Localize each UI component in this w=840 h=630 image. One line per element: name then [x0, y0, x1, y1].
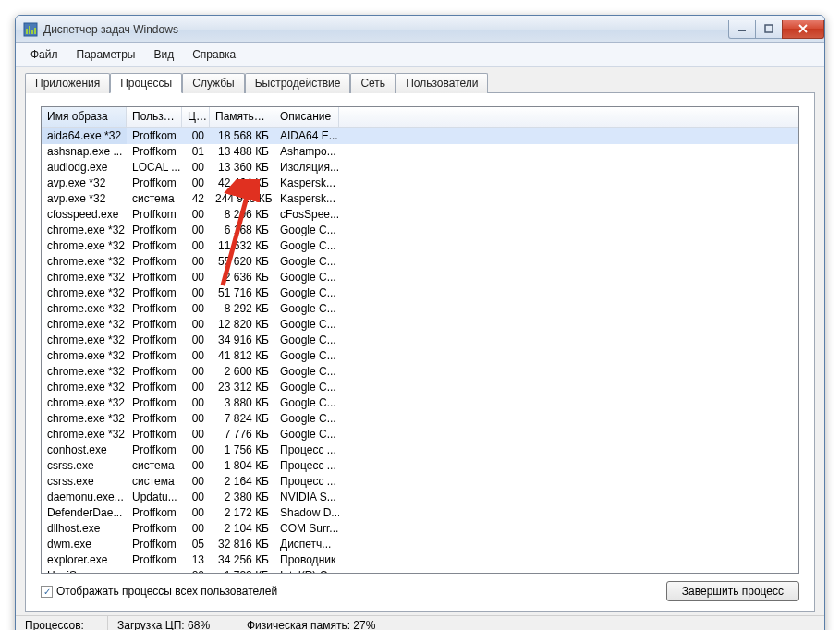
cell-cpu: 00: [182, 348, 210, 364]
svg-rect-2: [29, 26, 30, 34]
cell-mem: 42 464 КБ: [210, 176, 274, 191]
menu-file[interactable]: Файл: [23, 46, 66, 63]
cell-name: chrome.exe *32: [42, 333, 127, 348]
column-user[interactable]: Пользо...: [127, 107, 182, 127]
tab-0[interactable]: Приложения: [25, 73, 110, 93]
cell-user: Proffkom: [127, 333, 182, 348]
column-cpu[interactable]: ЦП: [182, 107, 210, 127]
minimize-button[interactable]: [728, 20, 756, 39]
cell-cpu: 05: [182, 537, 210, 552]
table-row[interactable]: chrome.exe *32Proffkom008 292 КБGoogle C…: [42, 301, 798, 317]
table-row[interactable]: chrome.exe *32Proffkom0011 632 КБGoogle …: [42, 238, 798, 254]
table-row[interactable]: avp.exe *32Proffkom0042 464 КБKaspersk..…: [42, 176, 798, 191]
cell-user: Proffkom: [127, 301, 182, 317]
table-row[interactable]: ashsnap.exe ...Proffkom0113 488 КБAshamp…: [42, 144, 798, 160]
cell-user: Proffkom: [127, 380, 182, 395]
cell-cpu: 00: [182, 474, 210, 490]
table-row[interactable]: chrome.exe *32Proffkom007 776 КБGoogle C…: [42, 427, 798, 442]
close-button[interactable]: [782, 20, 824, 39]
cell-cpu: 00: [182, 317, 210, 333]
table-row[interactable]: chrome.exe *32Proffkom0023 312 КБGoogle …: [42, 380, 798, 395]
cell-mem: 23 312 КБ: [210, 380, 274, 395]
menu-view[interactable]: Вид: [146, 46, 181, 63]
tab-1[interactable]: Процессы: [110, 73, 182, 93]
cell-name: DefenderDae...: [42, 505, 127, 521]
menu-help[interactable]: Справка: [185, 46, 243, 63]
table-row[interactable]: dllhost.exeProffkom002 104 КБCOM Surr...: [42, 521, 798, 537]
show-all-users-checkbox[interactable]: ✓ Отображать процессы всех пользователей: [41, 585, 277, 598]
cell-desc: Google C...: [274, 348, 339, 364]
cell-desc: Проводник: [274, 552, 339, 568]
cell-user: система: [127, 474, 182, 490]
cell-user: Proffkom: [127, 395, 182, 411]
cell-desc: Google C...: [274, 285, 339, 301]
table-row[interactable]: chrome.exe *32Proffkom003 880 КБGoogle C…: [42, 395, 798, 411]
cell-name: dwm.exe: [42, 537, 127, 552]
column-description[interactable]: Описание: [274, 107, 339, 127]
table-body[interactable]: aida64.exe *32Proffkom0018 568 КБAIDA64 …: [42, 128, 798, 574]
table-row[interactable]: chrome.exe *32Proffkom0051 716 КБGoogle …: [42, 285, 798, 301]
panel-footer: ✓ Отображать процессы всех пользователей…: [41, 581, 799, 601]
table-row[interactable]: DefenderDae...Proffkom002 172 КБShadow D…: [42, 505, 798, 521]
table-row[interactable]: avp.exe *32система42244 928 КБKaspersk..…: [42, 191, 798, 207]
cell-mem: 51 716 КБ: [210, 285, 274, 301]
table-row[interactable]: chrome.exe *32Proffkom002 600 КБGoogle C…: [42, 364, 798, 380]
maximize-button[interactable]: [755, 20, 783, 39]
cell-mem: 1 720 КБ: [210, 568, 274, 574]
cell-cpu: 00: [182, 176, 210, 191]
end-process-button[interactable]: Завершить процесс: [666, 581, 799, 601]
table-row[interactable]: audiodg.exeLOCAL ...0013 360 КБИзоляция.…: [42, 160, 798, 176]
status-memory: Физическая память: 27%: [237, 616, 824, 630]
table-row[interactable]: chrome.exe *32Proffkom007 824 КБGoogle C…: [42, 411, 798, 427]
cell-desc: Google C...: [274, 427, 339, 442]
cell-desc: Google C...: [274, 317, 339, 333]
cell-name: daemonu.exe...: [42, 490, 127, 505]
table-row[interactable]: conhost.exeProffkom001 756 КБПроцесс ...: [42, 442, 798, 458]
menu-options[interactable]: Параметры: [69, 46, 143, 63]
cell-cpu: 00: [182, 285, 210, 301]
tab-4[interactable]: Сеть: [350, 73, 396, 93]
status-cpu: Загрузка ЦП: 68%: [108, 616, 237, 630]
cell-name: chrome.exe *32: [42, 238, 127, 254]
table-row[interactable]: chrome.exe *32Proffkom0041 812 КБGoogle …: [42, 348, 798, 364]
cell-name: chrome.exe *32: [42, 223, 127, 238]
cell-desc: Shadow D...: [274, 505, 339, 521]
table-row[interactable]: chrome.exe *32Proffkom006 168 КБGoogle C…: [42, 223, 798, 238]
cell-user: Proffkom: [127, 521, 182, 537]
table-row[interactable]: HeciServer.exeсистема001 720 КБIntel(R) …: [42, 568, 798, 574]
table-row[interactable]: dwm.exeProffkom0532 816 КБДиспетч...: [42, 537, 798, 552]
cell-name: csrss.exe: [42, 458, 127, 474]
cell-mem: 2 104 КБ: [210, 521, 274, 537]
table-row[interactable]: explorer.exeProffkom1334 256 КБПроводник: [42, 552, 798, 568]
cell-name: chrome.exe *32: [42, 364, 127, 380]
cell-cpu: 42: [182, 191, 210, 207]
cell-desc: Google C...: [274, 364, 339, 380]
table-row[interactable]: chrome.exe *32Proffkom0012 820 КБGoogle …: [42, 317, 798, 333]
table-row[interactable]: aida64.exe *32Proffkom0018 568 КБAIDA64 …: [42, 128, 798, 144]
cell-name: aida64.exe *32: [42, 128, 127, 144]
svg-rect-1: [26, 29, 28, 34]
column-memory[interactable]: Память (...: [210, 107, 274, 127]
cell-user: система: [127, 458, 182, 474]
cell-mem: 6 168 КБ: [210, 223, 274, 238]
table-row[interactable]: chrome.exe *32Proffkom002 636 КБGoogle C…: [42, 270, 798, 285]
table-row[interactable]: chrome.exe *32Proffkom0055 620 КБGoogle …: [42, 254, 798, 270]
cell-mem: 34 916 КБ: [210, 333, 274, 348]
cell-user: Proffkom: [127, 238, 182, 254]
cell-desc: Диспетч...: [274, 537, 339, 552]
table-row[interactable]: daemonu.exe...Updatu...002 380 КБNVIDIA …: [42, 490, 798, 505]
tab-5[interactable]: Пользователи: [396, 73, 488, 93]
tab-2[interactable]: Службы: [182, 73, 244, 93]
table-row[interactable]: chrome.exe *32Proffkom0034 916 КБGoogle …: [42, 333, 798, 348]
cell-cpu: 00: [182, 207, 210, 223]
titlebar[interactable]: Диспетчер задач Windows: [16, 16, 824, 43]
column-image-name[interactable]: Имя образа: [42, 107, 127, 127]
cell-desc: Kaspersk...: [274, 176, 339, 191]
cell-name: avp.exe *32: [42, 191, 127, 207]
table-row[interactable]: csrss.exeсистема002 164 КБПроцесс ...: [42, 474, 798, 490]
cell-user: Proffkom: [127, 270, 182, 285]
cell-user: система: [127, 568, 182, 574]
table-row[interactable]: csrss.exeсистема001 804 КБПроцесс ...: [42, 458, 798, 474]
table-row[interactable]: cfosspeed.exeProffkom008 296 КБcFosSpee.…: [42, 207, 798, 223]
tab-3[interactable]: Быстродействие: [245, 73, 351, 93]
